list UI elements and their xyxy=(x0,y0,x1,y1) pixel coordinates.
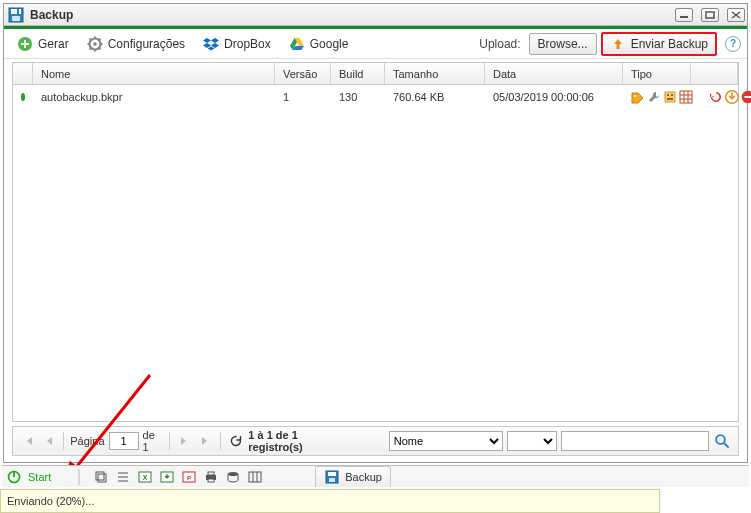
grid-mini-icon xyxy=(679,90,693,104)
col-data[interactable]: Data xyxy=(485,63,623,84)
db-icon[interactable] xyxy=(225,469,241,485)
page-input[interactable] xyxy=(109,432,139,450)
svg-point-30 xyxy=(634,95,636,97)
browse-button[interactable]: Browse... xyxy=(529,33,597,55)
svg-rect-68 xyxy=(329,478,335,482)
page-last-button[interactable] xyxy=(197,432,214,450)
search-button[interactable] xyxy=(713,431,732,451)
page-summary: 1 à 1 de 1 registro(s) xyxy=(248,429,350,453)
svg-rect-34 xyxy=(667,98,673,100)
svg-rect-61 xyxy=(208,479,214,482)
col-nome[interactable]: Nome xyxy=(33,63,275,84)
browse-label: Browse... xyxy=(538,37,588,51)
col-tamanho[interactable]: Tamanho xyxy=(385,63,485,84)
svg-rect-63 xyxy=(249,472,261,482)
svg-rect-2 xyxy=(12,16,20,21)
page-refresh-button[interactable] xyxy=(227,432,244,450)
pager-bar: Página de 1 1 à 1 de 1 registro(s) Nome xyxy=(12,426,739,456)
help-icon[interactable]: ? xyxy=(725,36,741,52)
close-button[interactable] xyxy=(727,8,745,22)
col-actions xyxy=(691,63,738,84)
list-icon[interactable] xyxy=(115,469,131,485)
svg-line-18 xyxy=(98,47,100,49)
filter-op-select[interactable] xyxy=(507,431,557,451)
window-title: Backup xyxy=(30,8,73,22)
cell-versao: 1 xyxy=(275,85,331,109)
svg-marker-29 xyxy=(632,93,643,103)
gerar-button[interactable]: Gerar xyxy=(10,32,76,56)
power-icon[interactable] xyxy=(6,469,22,485)
backup-grid: Nome Versão Build Tamanho Data Tipo auto… xyxy=(12,62,739,422)
svg-marker-25 xyxy=(208,46,215,50)
dropbox-icon xyxy=(203,36,219,52)
svg-text:X: X xyxy=(143,474,148,481)
upload-label: Upload: xyxy=(479,37,520,51)
page-first-button[interactable] xyxy=(19,432,36,450)
enviar-backup-button[interactable]: Enviar Backup xyxy=(601,32,717,56)
svg-point-12 xyxy=(93,42,97,46)
col-status[interactable] xyxy=(13,63,33,84)
page-next-button[interactable] xyxy=(176,432,193,450)
backup-tab[interactable]: Backup xyxy=(315,466,391,487)
print-icon[interactable] xyxy=(203,469,219,485)
config-button[interactable]: Configurações xyxy=(80,32,192,56)
svg-marker-21 xyxy=(203,38,211,43)
svg-point-62 xyxy=(228,472,238,476)
upload-status-tooltip: Enviando (20%)... xyxy=(0,489,660,513)
google-drive-icon xyxy=(289,36,305,52)
svg-text:P: P xyxy=(187,475,191,481)
svg-rect-33 xyxy=(671,94,673,96)
dropbox-label: DropBox xyxy=(224,37,271,51)
toolbar: Gerar Configurações DropBox Google xyxy=(4,29,747,59)
col-build[interactable]: Build xyxy=(331,63,385,84)
status-dot-icon xyxy=(21,93,25,101)
app-bottom-bar: Start X P Backup xyxy=(2,465,749,487)
svg-rect-50 xyxy=(98,474,106,482)
cell-tipo xyxy=(623,85,701,109)
svg-rect-42 xyxy=(745,96,752,98)
maximize-button[interactable] xyxy=(701,8,719,22)
cell-actions xyxy=(701,85,751,109)
svg-line-20 xyxy=(89,47,91,49)
svg-rect-67 xyxy=(328,472,336,476)
config-label: Configurações xyxy=(108,37,185,51)
svg-rect-32 xyxy=(667,94,669,96)
delete-icon[interactable] xyxy=(741,90,751,104)
config-mini-icon xyxy=(663,90,677,104)
gerar-label: Gerar xyxy=(38,37,69,51)
backup-tab-label: Backup xyxy=(345,471,382,483)
search-input[interactable] xyxy=(561,431,709,451)
svg-rect-49 xyxy=(96,472,104,480)
floppy-small-icon xyxy=(324,469,340,485)
copy-icon[interactable] xyxy=(93,469,109,485)
restore-icon[interactable] xyxy=(709,90,723,104)
google-button[interactable]: Google xyxy=(282,32,356,56)
backup-window: Backup Gerar xyxy=(3,3,748,463)
upload-status-text: Enviando (20%)... xyxy=(7,495,94,507)
svg-rect-31 xyxy=(665,92,675,102)
start-link[interactable]: Start xyxy=(28,471,51,483)
tag-icon xyxy=(631,90,645,104)
import-xls-icon[interactable] xyxy=(159,469,175,485)
col-versao[interactable]: Versão xyxy=(275,63,331,84)
page-of-label: de 1 xyxy=(143,429,163,453)
export-xls-icon[interactable]: X xyxy=(137,469,153,485)
page-prev-button[interactable] xyxy=(40,432,57,450)
columns-icon[interactable] xyxy=(247,469,263,485)
filter-field-select[interactable]: Nome xyxy=(389,431,503,451)
svg-rect-1 xyxy=(11,9,21,14)
svg-line-19 xyxy=(98,38,100,40)
cell-data: 05/03/2019 00:00:06 xyxy=(485,85,623,109)
download-icon[interactable] xyxy=(725,90,739,104)
dropbox-button[interactable]: DropBox xyxy=(196,32,278,56)
titlebar: Backup xyxy=(4,4,747,26)
grid-header: Nome Versão Build Tamanho Data Tipo xyxy=(13,63,738,85)
svg-marker-22 xyxy=(211,38,219,43)
minimize-button[interactable] xyxy=(675,8,693,22)
export-pdf-icon[interactable]: P xyxy=(181,469,197,485)
plus-circle-icon xyxy=(17,36,33,52)
svg-line-17 xyxy=(89,38,91,40)
table-row[interactable]: autobackup.bkpr 1 130 760.64 KB 05/03/20… xyxy=(13,85,738,109)
col-tipo[interactable]: Tipo xyxy=(623,63,691,84)
gear-icon xyxy=(87,36,103,52)
